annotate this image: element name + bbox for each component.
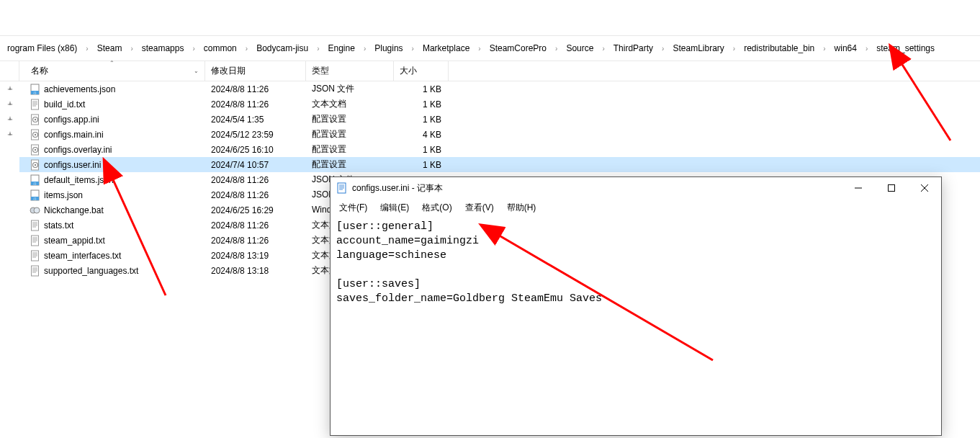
notepad-content[interactable]: [user::general] account_name=gaimingzi l… bbox=[331, 217, 941, 436]
breadcrumb-item[interactable]: SteamLibrary bbox=[668, 42, 728, 55]
pin-icon[interactable] bbox=[0, 248, 19, 263]
file-name: configs.overlay.ini bbox=[44, 145, 112, 155]
toolbar-area bbox=[0, 0, 980, 36]
file-icon bbox=[30, 250, 41, 262]
pin-icon[interactable] bbox=[0, 157, 19, 172]
chevron-right-icon: › bbox=[127, 45, 135, 53]
pin-icon[interactable] bbox=[0, 142, 19, 157]
chevron-right-icon: › bbox=[820, 45, 828, 53]
file-row[interactable]: { }achievements.json2024/8/8 11:26JSON 文… bbox=[19, 81, 980, 97]
breadcrumb-item[interactable]: steamapps bbox=[138, 42, 189, 55]
svg-text:{ }: { } bbox=[34, 91, 37, 94]
file-name: steam_interfaces.txt bbox=[44, 251, 121, 261]
file-size: 1 KB bbox=[394, 160, 449, 170]
file-name: achievements.json bbox=[44, 84, 115, 94]
file-name: steam_appid.txt bbox=[44, 236, 105, 246]
breadcrumb-item[interactable]: win64 bbox=[830, 42, 861, 55]
file-type: 配置设置 bbox=[306, 143, 394, 156]
file-icon bbox=[30, 159, 41, 171]
breadcrumb-item[interactable]: SteamCorePro bbox=[485, 42, 551, 55]
chevron-down-icon: ⌄ bbox=[194, 68, 199, 74]
pin-icon[interactable] bbox=[0, 81, 19, 97]
menu-file[interactable]: 文件(F) bbox=[333, 200, 373, 215]
notepad-menubar: 文件(F) 编辑(E) 格式(O) 查看(V) 帮助(H) bbox=[331, 199, 941, 217]
file-row[interactable]: configs.overlay.ini2024/6/25 16:10配置设置1 … bbox=[19, 142, 980, 157]
chevron-right-icon: › bbox=[314, 45, 322, 53]
sort-indicator-icon: ⌃ bbox=[109, 60, 114, 66]
pin-icon[interactable] bbox=[0, 202, 19, 218]
file-icon: { } bbox=[30, 189, 41, 201]
file-date: 2024/7/4 10:57 bbox=[205, 160, 306, 170]
pin-icon[interactable] bbox=[0, 172, 19, 187]
chevron-right-icon: › bbox=[83, 45, 91, 53]
breadcrumb-item[interactable]: Steam bbox=[93, 42, 127, 55]
breadcrumb-item[interactable]: ThirdParty bbox=[609, 42, 657, 55]
breadcrumb-item[interactable]: Marketplace bbox=[418, 42, 474, 55]
column-header-date[interactable]: 修改日期 bbox=[205, 61, 306, 81]
menu-format[interactable]: 格式(O) bbox=[416, 200, 457, 215]
file-row[interactable]: configs.user.ini2024/7/4 10:57配置设置1 KB bbox=[19, 157, 980, 172]
pin-icon[interactable] bbox=[0, 218, 19, 233]
close-button[interactable] bbox=[908, 177, 941, 199]
maximize-button[interactable] bbox=[875, 177, 908, 199]
file-date: 2024/8/8 11:26 bbox=[205, 220, 306, 231]
column-size-label: 大小 bbox=[400, 65, 417, 77]
file-date: 2024/8/8 11:26 bbox=[205, 175, 306, 185]
breadcrumb-item[interactable]: redistributable_bin bbox=[740, 42, 819, 55]
notepad-window[interactable]: configs.user.ini - 记事本 文件(F) 编辑(E) 格式(O)… bbox=[330, 176, 942, 436]
file-icon bbox=[30, 99, 41, 110]
file-icon bbox=[30, 129, 41, 140]
column-header-name[interactable]: ⌃ 名称 ⌄ bbox=[19, 61, 205, 81]
svg-point-13 bbox=[35, 133, 36, 135]
pin-icon[interactable] bbox=[0, 187, 19, 202]
column-name-label: 名称 bbox=[31, 65, 48, 77]
breadcrumb-item[interactable]: Source bbox=[562, 42, 598, 55]
file-row[interactable]: configs.app.ini2024/5/4 1:35配置设置1 KB bbox=[19, 112, 980, 127]
breadcrumb-item[interactable]: steam_settings bbox=[872, 42, 939, 55]
chevron-right-icon: › bbox=[361, 45, 369, 53]
file-icon bbox=[30, 265, 41, 277]
column-header-type[interactable]: 类型 bbox=[306, 61, 394, 81]
breadcrumb-item[interactable]: Bodycam-jisu bbox=[252, 42, 313, 55]
pin-icon[interactable] bbox=[0, 263, 19, 278]
file-type: 文本文档 bbox=[306, 98, 394, 110]
menu-edit[interactable]: 编辑(E) bbox=[374, 200, 415, 215]
svg-text:{ }: { } bbox=[34, 182, 37, 185]
svg-rect-54 bbox=[889, 185, 895, 192]
file-icon bbox=[30, 235, 41, 246]
svg-point-10 bbox=[35, 118, 36, 120]
pin-strip bbox=[0, 81, 19, 278]
file-row[interactable]: build_id.txt2024/8/8 11:26文本文档1 KB bbox=[19, 97, 980, 112]
chevron-right-icon: › bbox=[243, 45, 251, 53]
file-icon bbox=[30, 220, 41, 231]
file-date: 2024/8/8 13:19 bbox=[205, 251, 306, 261]
file-icon: { } bbox=[30, 84, 41, 95]
file-date: 2024/8/8 11:26 bbox=[205, 84, 306, 94]
file-name: configs.app.ini bbox=[44, 115, 99, 125]
menu-help[interactable]: 帮助(H) bbox=[501, 200, 542, 215]
breadcrumb-item[interactable]: Engine bbox=[324, 42, 359, 55]
breadcrumb-item[interactable]: rogram Files (x86) bbox=[3, 42, 81, 55]
file-name: Nickchange.bat bbox=[44, 205, 104, 215]
pin-icon[interactable] bbox=[0, 112, 19, 127]
pin-icon[interactable] bbox=[0, 233, 19, 248]
file-date: 2024/5/12 23:59 bbox=[205, 130, 306, 140]
column-header-size[interactable]: 大小 bbox=[394, 61, 449, 81]
pin-icon[interactable] bbox=[0, 97, 19, 112]
file-date: 2024/6/25 16:29 bbox=[205, 205, 306, 215]
pin-icon[interactable] bbox=[0, 127, 19, 142]
breadcrumb-item[interactable]: Plugins bbox=[370, 42, 407, 55]
breadcrumb-item[interactable]: common bbox=[199, 42, 241, 55]
breadcrumb[interactable]: rogram Files (x86)›Steam›steamapps›commo… bbox=[0, 36, 980, 61]
file-name: items.json bbox=[44, 190, 83, 200]
file-date: 2024/8/8 11:26 bbox=[205, 190, 306, 200]
chevron-right-icon: › bbox=[475, 45, 483, 53]
file-date: 2024/5/4 1:35 bbox=[205, 115, 306, 125]
column-type-label: 类型 bbox=[312, 65, 329, 77]
minimize-button[interactable] bbox=[842, 177, 875, 199]
file-date: 2024/6/25 16:10 bbox=[205, 145, 306, 155]
notepad-icon bbox=[336, 182, 348, 194]
file-row[interactable]: configs.main.ini2024/5/12 23:59配置设置4 KB bbox=[19, 127, 980, 142]
notepad-titlebar[interactable]: configs.user.ini - 记事本 bbox=[331, 177, 941, 199]
menu-view[interactable]: 查看(V) bbox=[459, 200, 500, 215]
